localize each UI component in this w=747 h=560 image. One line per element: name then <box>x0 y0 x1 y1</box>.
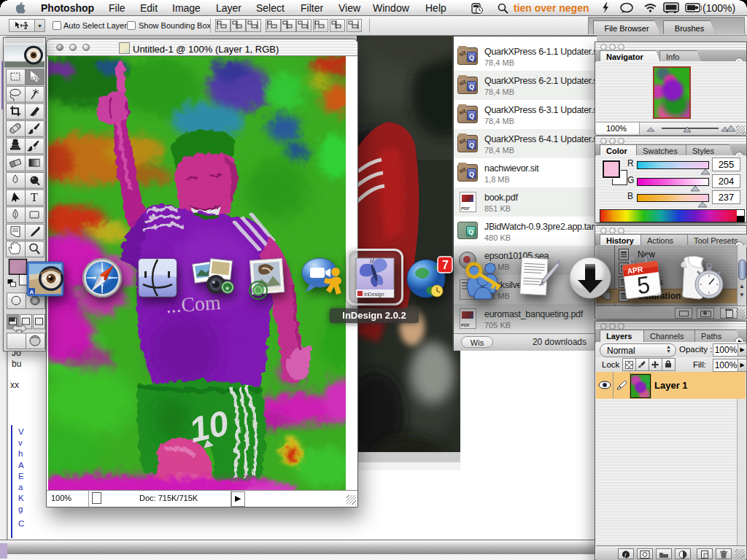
svg-text:T: T <box>31 191 38 203</box>
